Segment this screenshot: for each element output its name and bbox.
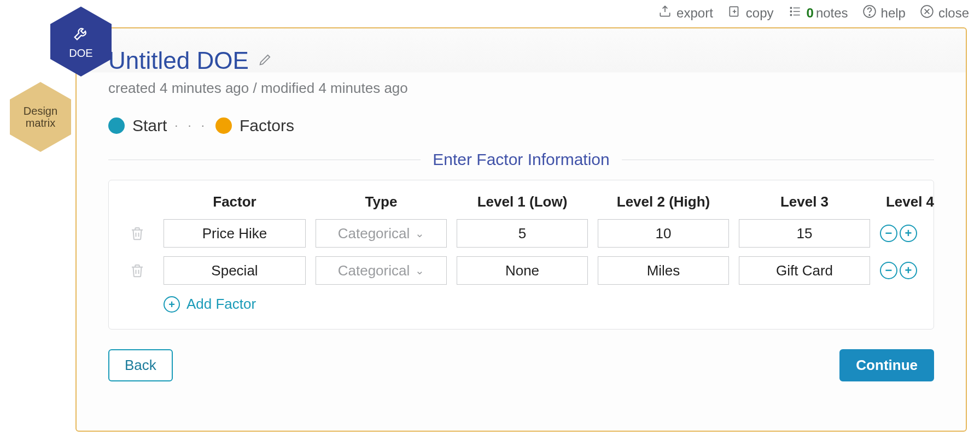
export-button[interactable]: export — [658, 4, 713, 22]
doe-hex-label: DOE — [69, 47, 92, 59]
main-panel: Untitled DOE created 4 minutes ago / mod… — [75, 27, 967, 432]
wrench-icon — [72, 24, 90, 47]
timestamp-meta: created 4 minutes ago / modified 4 minut… — [108, 80, 934, 97]
add-factor-button[interactable]: + Add Factor — [164, 296, 256, 313]
trash-icon — [129, 225, 145, 242]
chevron-down-icon: ⌄ — [415, 227, 424, 240]
design-matrix-hex-badge[interactable]: Design matrix — [10, 82, 71, 152]
chevron-down-icon: ⌄ — [415, 264, 424, 277]
divider — [622, 160, 934, 160]
minus-icon: − — [885, 264, 892, 277]
add-level-button[interactable]: + — [900, 262, 917, 279]
factor-name-input[interactable] — [164, 219, 306, 248]
crumb-factors-label[interactable]: Factors — [240, 116, 294, 135]
level1-input[interactable] — [457, 219, 588, 248]
crumb-dot-start[interactable] — [108, 117, 125, 134]
copy-icon — [727, 4, 742, 22]
help-label: help — [881, 5, 906, 21]
copy-label: copy — [746, 5, 774, 21]
delete-row-button[interactable] — [121, 225, 154, 242]
back-button[interactable]: Back — [108, 349, 173, 381]
trash-icon — [129, 262, 145, 279]
svg-point-2 — [790, 11, 791, 12]
crumb-dot-factors[interactable] — [215, 117, 232, 134]
export-label: export — [676, 5, 713, 21]
level2-input[interactable] — [598, 219, 729, 248]
factor-type-select[interactable]: Categorical ⌄ — [316, 256, 447, 285]
crumb-separator: · · · — [174, 119, 208, 133]
page-title: Untitled DOE — [108, 47, 249, 74]
notes-label: notes — [816, 5, 848, 21]
col-level4: Level 4 — [880, 193, 940, 210]
breadcrumb: Start · · · Factors — [108, 116, 934, 135]
add-factor-label: Add Factor — [186, 296, 256, 313]
close-label: close — [938, 5, 969, 21]
help-button[interactable]: help — [862, 4, 906, 22]
notes-icon — [788, 4, 802, 22]
svg-point-3 — [790, 14, 791, 15]
edit-title-button[interactable] — [258, 52, 273, 69]
factor-type-value: Categorical — [338, 262, 410, 279]
notes-count: 0 — [807, 5, 814, 21]
remove-level-button[interactable]: − — [880, 225, 897, 242]
delete-row-button[interactable] — [121, 262, 154, 279]
level3-input[interactable] — [739, 219, 870, 248]
copy-button[interactable]: copy — [727, 4, 774, 22]
close-button[interactable]: close — [920, 4, 969, 22]
level3-input[interactable] — [739, 256, 870, 285]
notes-button[interactable]: 0 notes — [788, 4, 848, 22]
close-icon — [920, 4, 934, 22]
help-icon — [862, 4, 877, 22]
export-icon — [658, 4, 672, 22]
col-type: Type — [316, 193, 447, 210]
design-matrix-label: Design matrix — [10, 105, 71, 129]
factor-name-input[interactable] — [164, 256, 306, 285]
crumb-start-label[interactable]: Start — [132, 116, 167, 135]
col-factor: Factor — [164, 193, 306, 210]
minus-icon: − — [885, 227, 892, 239]
add-level-button[interactable]: + — [900, 225, 917, 242]
pencil-icon — [258, 52, 273, 67]
section-title: Enter Factor Information — [433, 150, 609, 169]
continue-button[interactable]: Continue — [839, 349, 934, 381]
col-level1: Level 1 (Low) — [457, 193, 588, 210]
svg-point-5 — [869, 15, 870, 16]
level2-input[interactable] — [598, 256, 729, 285]
plus-icon: + — [905, 264, 912, 277]
top-toolbar: export copy 0 notes help close — [658, 4, 969, 22]
factor-type-select[interactable]: Categorical ⌄ — [316, 219, 447, 248]
col-level3: Level 3 — [739, 193, 870, 210]
divider — [108, 160, 421, 160]
factor-type-value: Categorical — [338, 225, 410, 242]
col-level2: Level 2 (High) — [598, 193, 729, 210]
plus-icon: + — [905, 227, 912, 239]
level1-input[interactable] — [457, 256, 588, 285]
plus-icon: + — [164, 296, 180, 313]
factor-card: Factor Type Level 1 (Low) Level 2 (High)… — [108, 180, 934, 330]
remove-level-button[interactable]: − — [880, 262, 897, 279]
svg-point-1 — [790, 7, 791, 8]
